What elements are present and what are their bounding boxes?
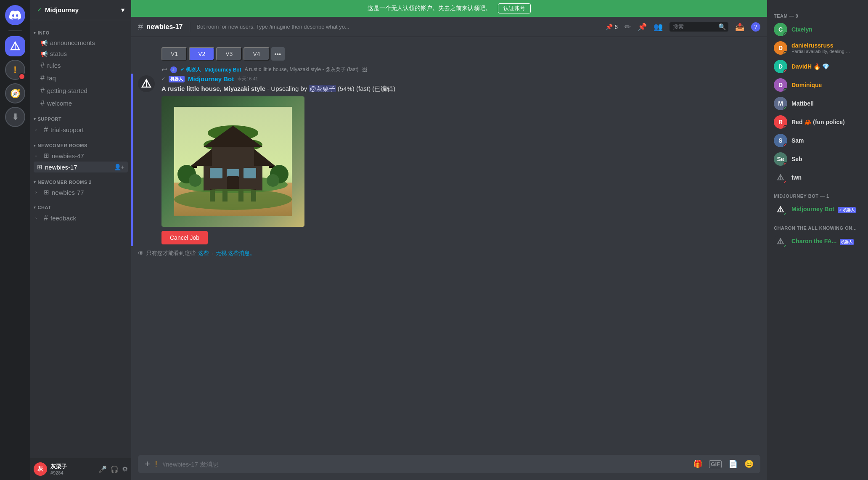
search-box[interactable]: 🔍: [670, 22, 728, 32]
visibility-text: 只有您才能看到这些: [146, 249, 196, 257]
midjourney-server-icon[interactable]: [5, 36, 25, 56]
emoji-label-icon: !: [155, 460, 157, 469]
add-member-icon[interactable]: 👤+: [114, 164, 124, 170]
category-label: SUPPORT: [38, 117, 62, 122]
channel-rules[interactable]: # rules: [34, 59, 128, 72]
pin-number: 6: [614, 24, 618, 30]
gif-icon[interactable]: GIF: [709, 460, 722, 468]
channel-header: # newbies-17 Bot room for new users. Typ…: [131, 17, 767, 37]
cancel-job-button[interactable]: Cancel Job: [161, 231, 208, 244]
category-arrow: ▾: [34, 143, 36, 148]
server-divider: [8, 30, 22, 31]
download-server-icon[interactable]: ⬇: [5, 107, 25, 127]
channel-welcome[interactable]: # welcome: [34, 97, 128, 109]
category-info[interactable]: ▾ INFO: [30, 24, 131, 37]
status-dnd-dot: [783, 69, 787, 73]
member-info: Cixelyn: [791, 26, 812, 33]
members-icon[interactable]: 👥: [654, 22, 663, 32]
bot-category: MIDJOURNEY BOT — 1: [770, 190, 865, 200]
v1-tab[interactable]: V1: [161, 47, 187, 61]
category-support[interactable]: ▾ SUPPORT: [30, 110, 131, 123]
channel-faq[interactable]: # faq: [34, 72, 128, 84]
mention-user: @灰栗子: [309, 85, 336, 92]
member-twn[interactable]: twn: [770, 168, 865, 187]
status-idle-dot: [783, 51, 787, 55]
member-charon[interactable]: Charon the FA... 机器人: [770, 232, 865, 251]
member-avatar: C: [774, 23, 787, 36]
svg-rect-8: [227, 176, 239, 191]
category-newcomer2[interactable]: ▾ NEWCOMER ROOMS 2: [30, 173, 131, 186]
gift-icon[interactable]: 🎁: [693, 459, 702, 469]
svg-rect-13: [212, 145, 254, 166]
emoji-icon[interactable]: 😊: [744, 459, 754, 469]
help-icon[interactable]: ?: [751, 22, 760, 32]
member-avatar: R: [774, 115, 787, 129]
channel-feedback[interactable]: › # feedback: [34, 212, 128, 224]
channel-announcements[interactable]: 📢 announcements: [34, 37, 128, 48]
bot-avatar: [138, 75, 155, 92]
compass-server-icon[interactable]: 🧭: [5, 83, 25, 103]
message-image[interactable]: [161, 96, 304, 227]
category-chat[interactable]: ▾ CHAT: [30, 198, 131, 212]
sticker-icon[interactable]: 📄: [728, 459, 738, 469]
channel-name: welcome: [47, 100, 72, 107]
mute-icon[interactable]: 🎤: [98, 465, 107, 473]
channel-name: trial-support: [50, 126, 84, 133]
channel-name: newbies-17: [45, 164, 77, 171]
v2-tab[interactable]: V2: [189, 47, 214, 61]
channel-trial-support[interactable]: › # trial-support: [34, 124, 128, 136]
input-icons: 🎁 GIF 📄 😊: [693, 459, 754, 469]
claim-account-button[interactable]: 认证账号: [498, 3, 531, 13]
member-dominique[interactable]: D Dominique: [770, 76, 865, 94]
category-newcomer[interactable]: ▾ NEWCOMER ROOMS: [30, 136, 131, 150]
member-info: Seb: [791, 156, 802, 162]
server-header[interactable]: ✓ Midjourney ▾: [30, 0, 131, 20]
member-red[interactable]: R Red 🦀 (fun police): [770, 113, 865, 131]
member-mattbell[interactable]: M Mattbell: [770, 94, 865, 113]
reply-line: ↩ ⚓ ✓ 机器人 Midjourney Bot A rustic little…: [131, 64, 767, 74]
bullet-icon: ›: [35, 127, 41, 132]
channel-newbies-77[interactable]: › ⊞ newbies-77: [34, 187, 128, 198]
member-name: danielrussruss: [791, 42, 850, 49]
channel-newbies-47[interactable]: › ⊞ newbies-47: [34, 150, 128, 161]
add-attachment-icon[interactable]: +: [145, 459, 150, 469]
pencil-icon[interactable]: ✏: [625, 22, 631, 32]
member-danielrussruss[interactable]: D danielrussruss Partial availability, d…: [770, 39, 865, 57]
visibility-link1[interactable]: 这些: [198, 249, 209, 257]
settings-icon[interactable]: ⚙: [122, 465, 128, 473]
member-davidh[interactable]: D DavidH 🔥 💎: [770, 57, 865, 76]
v4-tab[interactable]: V4: [243, 47, 269, 61]
channel-status[interactable]: 📢 status: [34, 48, 128, 59]
member-cixelyn[interactable]: C Cixelyn: [770, 20, 865, 39]
message-area: V1 V2 V3 V4 ••• ↩ ⚓ ✓ 机器人 Midjourney Bot…: [131, 37, 767, 455]
pin-icon: 📌: [606, 24, 613, 30]
notification-server-icon[interactable]: !: [5, 60, 25, 80]
member-midjourney-bot[interactable]: Midjourney Bot ✓ 机器人: [770, 200, 865, 219]
deafen-icon[interactable]: 🎧: [110, 465, 119, 473]
channel-newbies-17[interactable]: ⊞ newbies-17 👤+: [34, 162, 128, 172]
member-name: Mattbell: [791, 100, 814, 107]
more-options-button[interactable]: •••: [271, 47, 285, 61]
bookmark-icon[interactable]: 📌: [638, 22, 647, 32]
forum-icon: ⊞: [44, 152, 49, 159]
member-info: DavidH 🔥 💎: [791, 63, 829, 70]
category-arrow: ▾: [34, 180, 36, 184]
member-sam[interactable]: S Sam: [770, 131, 865, 150]
message-input[interactable]: [162, 461, 688, 468]
pinned-count[interactable]: 📌 6: [606, 24, 618, 30]
hash-icon: #: [44, 214, 48, 223]
message-text: A rustic little house, Miyazaki style - …: [161, 84, 760, 93]
banner-text: 这是一个无人认领的帐户。失去之前来认领吧。: [368, 5, 491, 12]
search-icon: 🔍: [718, 23, 726, 31]
inbox-icon[interactable]: 📥: [735, 22, 744, 32]
message-body: ✓ 机器人 Midjourney Bot 今天16:41 A rustic li…: [161, 75, 760, 244]
eye-icon: 👁: [138, 250, 144, 257]
team-category: TEAM — 9: [770, 10, 865, 20]
message-author: Midjourney Bot: [188, 75, 234, 82]
search-input[interactable]: [673, 24, 715, 30]
dismiss-link[interactable]: 无视 这些消息。: [216, 249, 256, 257]
member-seb[interactable]: Se Seb: [770, 150, 865, 168]
discord-home-icon[interactable]: [5, 5, 25, 25]
channel-getting-started[interactable]: # getting-started: [34, 85, 128, 97]
v3-tab[interactable]: V3: [216, 47, 242, 61]
